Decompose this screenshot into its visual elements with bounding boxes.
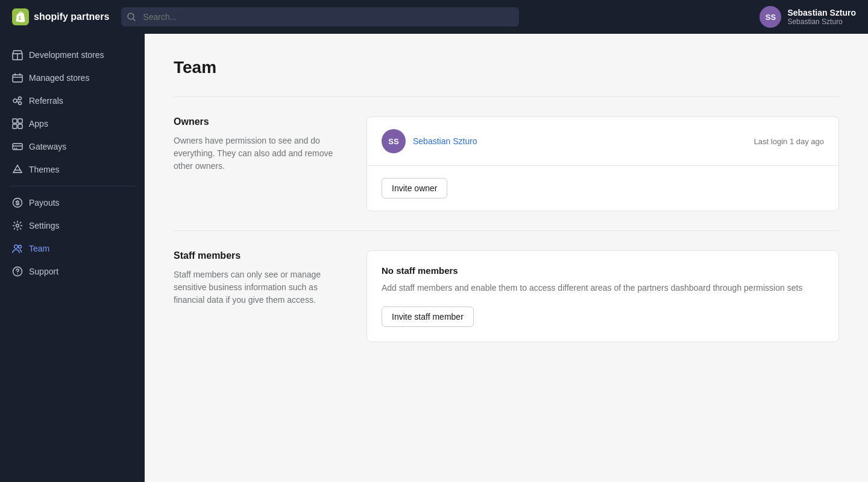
user-org: Sebastian Szturo <box>787 17 842 26</box>
owner-row: SS Sebastian Szturo Last login 1 day ago <box>367 117 838 166</box>
owner-last-login: Last login 1 day ago <box>754 137 824 146</box>
sidebar-label-gateways: Gateways <box>29 142 66 151</box>
owners-description-text: Owners have permission to see and do eve… <box>174 135 342 173</box>
page-title: Team <box>174 58 839 77</box>
sidebar-label-themes: Themes <box>29 165 60 174</box>
sidebar: Development stores Managed stores Referr… <box>0 34 145 482</box>
svg-line-11 <box>17 101 19 103</box>
sidebar-label-settings: Settings <box>29 221 60 230</box>
svg-point-7 <box>13 99 17 103</box>
no-staff-heading: No staff members <box>382 265 824 276</box>
sidebar-item-apps[interactable]: Apps <box>0 112 145 135</box>
user-name: Sebastian Szturo <box>787 8 856 17</box>
logo: shopify partners <box>12 8 109 25</box>
svg-rect-14 <box>13 124 17 128</box>
sidebar-label-apps: Apps <box>29 119 48 128</box>
sidebar-item-gateways[interactable]: Gateways <box>0 135 145 158</box>
user-info: Sebastian Szturo Sebastian Szturo <box>787 8 856 26</box>
settings-icon <box>12 220 23 231</box>
owners-section: Owners Owners have permission to see and… <box>174 97 839 230</box>
staff-card: No staff members Add staff members and e… <box>366 250 839 342</box>
managed-icon <box>12 72 23 83</box>
svg-point-19 <box>16 148 17 149</box>
owner-avatar: SS <box>382 129 406 153</box>
owners-card: SS Sebastian Szturo Last login 1 day ago… <box>366 116 839 211</box>
svg-line-1 <box>133 19 135 21</box>
sidebar-item-payouts[interactable]: Payouts <box>0 191 145 214</box>
invite-staff-button[interactable]: Invite staff member <box>382 306 474 327</box>
avatar-initials: SS <box>766 13 776 22</box>
svg-rect-16 <box>13 144 22 150</box>
sidebar-item-development-stores[interactable]: Development stores <box>0 43 145 66</box>
sidebar-item-referrals[interactable]: Referrals <box>0 89 145 112</box>
owner-initials: SS <box>388 137 398 146</box>
top-navigation: shopify partners SS Sebastian Szturo Seb… <box>0 0 868 34</box>
sidebar-divider <box>10 186 135 186</box>
owner-info: SS Sebastian Szturo <box>382 129 477 153</box>
sidebar-label-managed-stores: Managed stores <box>29 73 89 83</box>
svg-point-8 <box>19 97 22 100</box>
svg-rect-15 <box>18 124 22 128</box>
sidebar-item-support[interactable]: Support <box>0 260 145 283</box>
svg-rect-13 <box>18 119 22 123</box>
sidebar-item-settings[interactable]: Settings <box>0 214 145 237</box>
main-content: Team Owners Owners have permission to se… <box>145 34 868 482</box>
svg-line-10 <box>17 100 19 101</box>
sidebar-label-support: Support <box>29 267 58 276</box>
shopify-icon <box>12 8 29 25</box>
payouts-icon <box>12 197 23 208</box>
svg-rect-4 <box>13 75 22 82</box>
sidebar-label-development-stores: Development stores <box>29 50 104 60</box>
search-bar[interactable] <box>121 7 519 27</box>
owners-heading: Owners <box>174 116 342 127</box>
referrals-icon <box>12 95 23 106</box>
svg-point-9 <box>19 102 22 105</box>
svg-point-26 <box>17 273 18 274</box>
search-input[interactable] <box>121 7 519 27</box>
svg-rect-12 <box>13 119 17 123</box>
apps-icon <box>12 118 23 129</box>
sidebar-label-team: Team <box>29 244 49 253</box>
staff-description-text: Staff members can only see or manage sen… <box>174 268 342 306</box>
sidebar-item-managed-stores[interactable]: Managed stores <box>0 66 145 89</box>
no-staff-content: No staff members Add staff members and e… <box>367 251 838 341</box>
avatar: SS <box>760 6 781 28</box>
sidebar-label-referrals: Referrals <box>29 96 63 106</box>
staff-section: Staff members Staff members can only see… <box>174 230 839 361</box>
store-icon <box>12 49 23 60</box>
owner-name: Sebastian Szturo <box>413 136 477 146</box>
sidebar-item-themes[interactable]: Themes <box>0 158 145 181</box>
search-icon <box>127 13 136 21</box>
logo-text: shopify partners <box>34 11 109 22</box>
invite-owner-area: Invite owner <box>367 166 838 211</box>
user-menu[interactable]: SS Sebastian Szturo Sebastian Szturo <box>760 6 856 28</box>
owners-description: Owners Owners have permission to see and… <box>174 116 366 211</box>
sidebar-item-team[interactable]: Team <box>0 237 145 260</box>
themes-icon <box>12 164 23 175</box>
team-icon <box>12 243 23 254</box>
no-staff-description: Add staff members and enable them to acc… <box>382 282 824 294</box>
svg-point-23 <box>14 245 18 249</box>
gateways-icon <box>12 141 23 152</box>
svg-point-18 <box>14 148 16 149</box>
layout: Development stores Managed stores Referr… <box>0 34 868 482</box>
staff-description: Staff members Staff members can only see… <box>174 250 366 342</box>
svg-point-24 <box>19 246 22 249</box>
staff-heading: Staff members <box>174 250 342 261</box>
svg-point-22 <box>16 224 19 227</box>
invite-owner-button[interactable]: Invite owner <box>382 178 447 198</box>
support-icon <box>12 266 23 277</box>
sidebar-label-payouts: Payouts <box>29 198 60 208</box>
